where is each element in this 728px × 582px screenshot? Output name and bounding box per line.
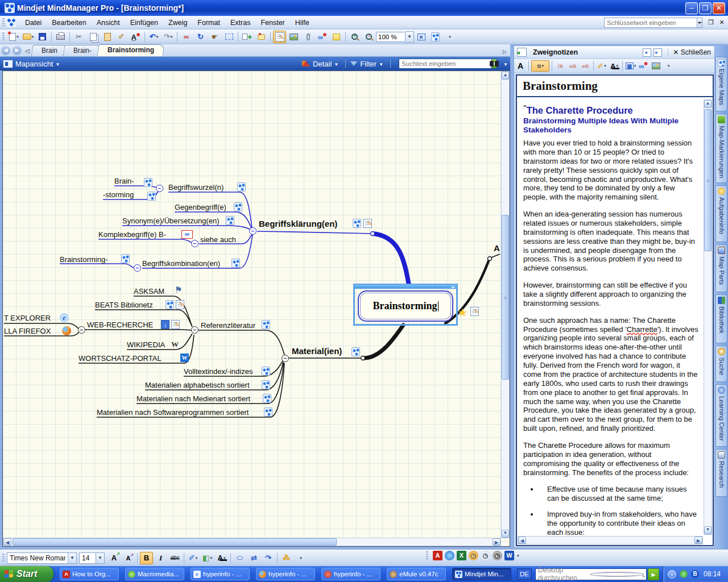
notes-icon[interactable]	[176, 300, 184, 309]
sidetab-eigene-maps[interactable]: Eigene Maps	[715, 57, 727, 111]
star-icon[interactable]: ★	[458, 306, 467, 319]
font-size-select[interactable]	[79, 552, 96, 564]
nav-back-icon[interactable]: ◀	[1, 46, 10, 55]
menu-bearbeiten[interactable]: Bearbeiten	[47, 17, 91, 28]
grow-font-button[interactable]: A	[107, 552, 121, 564]
map-part-icon[interactable]	[351, 347, 360, 356]
menu-ansicht[interactable]: Ansicht	[92, 17, 125, 28]
collapse-toggle[interactable]	[282, 355, 289, 362]
fill-color-button[interactable]: ◧▾	[201, 552, 214, 564]
central-topic[interactable]: Brainstorming	[358, 290, 453, 322]
bullet-list-button[interactable]: ⁞≡	[555, 60, 566, 72]
font-button[interactable]: A	[515, 60, 526, 72]
clock-icon[interactable]: ◷	[469, 551, 478, 560]
indent-button[interactable]: »≡	[580, 60, 591, 72]
table-button[interactable]: ▦▾	[625, 60, 636, 72]
map-vertical-scrollbar[interactable]: ▲ ≡ ▼	[501, 71, 510, 538]
attachment-button[interactable]	[301, 31, 315, 43]
search-options-dropdown-icon[interactable]: ▼	[503, 62, 508, 67]
toolbar-grip[interactable]	[2, 554, 5, 563]
font-size-dropdown-icon[interactable]: ▼	[96, 552, 105, 564]
excel-icon[interactable]: X	[457, 551, 466, 560]
refresh-links-icon[interactable]: ↻	[194, 31, 207, 43]
quick-launch-overflow-icon[interactable]: ▾	[517, 554, 519, 558]
internet-explorer-icon[interactable]: e	[60, 313, 69, 322]
copy-button[interactable]	[86, 31, 100, 43]
notes-hyperlink-button[interactable]: ∞✱	[638, 60, 649, 72]
toolbar-grip[interactable]	[2, 32, 5, 41]
redo-button[interactable]: ↷▾	[162, 31, 175, 43]
insert-callout-button[interactable]	[255, 31, 268, 43]
map-part-icon[interactable]	[353, 219, 361, 228]
map-part-icon[interactable]	[166, 300, 174, 309]
topic[interactable]: BEATS Biblionetz	[95, 301, 153, 309]
selection-handle[interactable]: ◂▸	[354, 285, 457, 289]
font-color-button[interactable]: A▾	[215, 552, 228, 564]
topic[interactable]: Materialien alphabetisch sortiert	[145, 381, 250, 389]
map-part-icon[interactable]	[234, 202, 242, 211]
toolbar-grip[interactable]	[426, 551, 428, 560]
balance-map-button[interactable]: ⇄	[247, 552, 260, 564]
wortschatz-icon[interactable]: W	[180, 354, 189, 362]
map-part-icon[interactable]	[226, 216, 234, 225]
notes-toolbar-overflow-icon[interactable]: ▾	[663, 60, 674, 72]
apply-notes-icon[interactable]	[517, 48, 527, 57]
topic[interactable]: Synonym(e)/Übersetzung(en)	[122, 217, 220, 225]
print-button[interactable]	[54, 31, 67, 43]
map-horizontal-scrollbar[interactable]: ◀ ▶	[3, 538, 501, 546]
topic-partial-right[interactable]: A	[494, 243, 500, 253]
tab-brainstorming[interactable]: Brainstorming	[97, 44, 164, 56]
mdi-minimize-button[interactable]: ─	[696, 19, 704, 26]
line-color-button[interactable]: ✐▾	[187, 552, 200, 564]
map-part-icon[interactable]	[237, 182, 246, 192]
font-family-select[interactable]	[7, 552, 68, 564]
map-search-input[interactable]	[399, 59, 492, 69]
italic-button[interactable]: I	[154, 552, 167, 564]
taskbar-item-emule[interactable]: eMule v0.47c	[387, 568, 446, 580]
tab-brain[interactable]: Brain	[31, 45, 68, 56]
restore-button[interactable]: ❐	[699, 2, 712, 14]
notes-horizontal-scrollbar[interactable]: ◀ ▶	[518, 536, 703, 544]
main-topic-begriffsklaerung[interactable]: Begriffsklärung(en)	[259, 219, 337, 228]
spelling-button[interactable]: A̲✱	[129, 31, 142, 43]
tab-scroll-left-icon[interactable]: ◁	[25, 48, 30, 54]
collapse-toggle[interactable]	[134, 264, 141, 272]
pan-mode-icon[interactable]: ☛	[208, 31, 221, 43]
tray-collapse-icon[interactable]: ‹	[668, 570, 676, 579]
insert-image-button[interactable]	[287, 31, 300, 43]
topic[interactable]: Brainstorming-	[60, 255, 108, 264]
close-notes-button[interactable]: ✕ Schließen	[668, 48, 711, 56]
strikethrough-button[interactable]: abc	[168, 552, 181, 564]
taskbar-item-mindjet[interactable]: Mindjet Min...	[452, 568, 511, 580]
fit-map-button[interactable]: ✕	[415, 31, 428, 43]
detail-button[interactable]: Detail	[313, 60, 332, 68]
clock-icon[interactable]: ◷	[481, 551, 490, 560]
menu-datei[interactable]: Datei	[20, 17, 47, 28]
topic[interactable]: Komplexbegriff(e) B-	[98, 230, 166, 239]
map-part-icon[interactable]	[147, 192, 156, 201]
menu-extras[interactable]: Extras	[225, 17, 255, 28]
collapse-toggle[interactable]	[191, 326, 198, 334]
paste-button[interactable]	[101, 31, 114, 43]
new-map-button[interactable]: ▾	[7, 31, 20, 43]
note-body[interactable]: "The Charette Procedure Brainstorming Mu…	[517, 98, 702, 535]
filter-dropdown-icon[interactable]: ▼	[379, 62, 383, 67]
start-button[interactable]: Start	[0, 566, 53, 582]
topic[interactable]: WORTSCHATZ-PORTAL	[78, 354, 162, 363]
zoom-out-button[interactable]: −	[362, 31, 375, 43]
language-indicator[interactable]: DE	[517, 568, 532, 580]
topic[interactable]: -storming	[103, 190, 134, 199]
map-view-dropdown-icon[interactable]: ▼	[55, 62, 60, 67]
topic[interactable]: WEB-RECHERCHE	[87, 321, 153, 329]
sidetab-suche[interactable]: Suche	[715, 346, 727, 382]
sidetab-aufgabeninfo[interactable]: Aufgabeninfo	[715, 185, 727, 242]
topic[interactable]: ASKSAM	[134, 287, 164, 296]
collapse-toggle[interactable]	[78, 326, 85, 334]
download-icon[interactable]: ↓	[161, 320, 169, 329]
globe-icon[interactable]	[445, 551, 454, 560]
menu-zweig[interactable]: Zweig	[163, 17, 192, 28]
notes-icon[interactable]	[470, 307, 479, 316]
topic[interactable]: Volltextindex/-indizes	[184, 367, 253, 376]
flag-icon[interactable]: ⚑	[175, 285, 182, 295]
minimize-button[interactable]: ─	[685, 2, 698, 14]
